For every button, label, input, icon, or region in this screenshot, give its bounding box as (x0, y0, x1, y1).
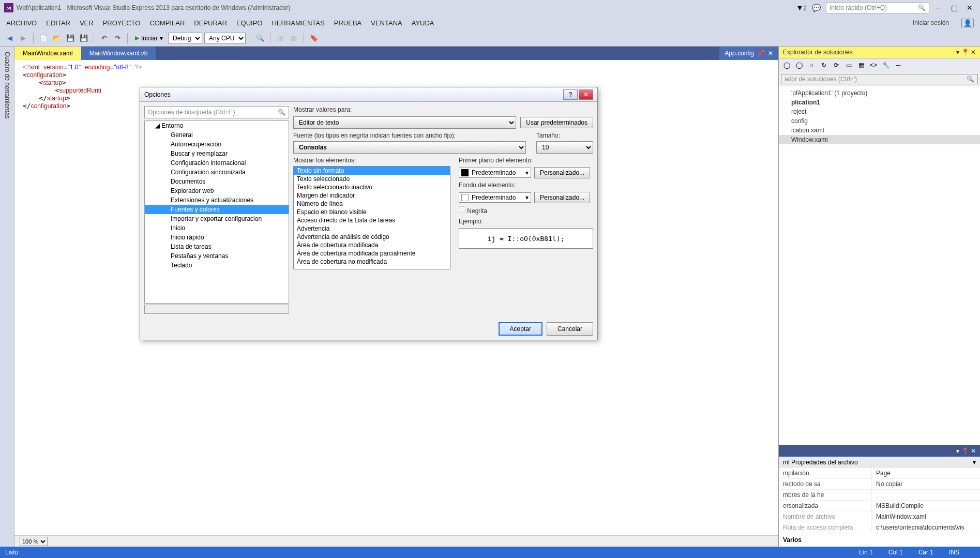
menu-ventana[interactable]: VENTANA (371, 19, 402, 27)
list-item[interactable]: Área de cobertura no modificada (294, 258, 450, 266)
foreground-custom-button[interactable]: Personalizado... (534, 167, 590, 178)
nav-back-icon[interactable]: ◀ (4, 33, 16, 44)
tree-item[interactable]: Lista de tareas (145, 242, 289, 251)
tree-myproject[interactable]: roject (779, 107, 980, 116)
list-item[interactable]: Espacio en blanco visible (294, 208, 450, 216)
open-icon[interactable]: 📂 (51, 33, 63, 44)
zoom-select[interactable]: 100 % (20, 537, 48, 546)
close-button[interactable]: ✕ (963, 3, 976, 13)
uncomment-icon[interactable]: ▦ (288, 33, 299, 44)
tree-item[interactable]: Configuración internacional (145, 158, 289, 168)
refresh-icon[interactable]: ⟳ (832, 61, 841, 70)
list-item[interactable]: Texto seleccionado inactivo (294, 183, 450, 191)
tree-item[interactable]: Explorador web (145, 186, 289, 195)
new-project-icon[interactable]: 📄 (38, 33, 49, 44)
horizontal-scrollbar[interactable] (144, 305, 289, 314)
forward-icon[interactable]: ◯ (794, 61, 804, 70)
properties-grid[interactable]: mpilaciónPage rectorio de saNo copiar mb… (779, 468, 980, 547)
menu-equipo[interactable]: EQUIPO (236, 19, 263, 27)
tree-item[interactable]: Inicio rápido (145, 233, 289, 242)
dropdown-icon[interactable]: ▾ (956, 447, 959, 455)
background-color-select[interactable]: Predeterminado▾ (459, 192, 531, 203)
tree-item[interactable]: Autorrecuperación (145, 140, 289, 149)
back-icon[interactable]: ◯ (782, 61, 791, 70)
show-all-icon[interactable]: ▦ (856, 61, 866, 70)
prop-value[interactable]: Page (872, 468, 980, 478)
close-tab-icon[interactable]: ✕ (768, 50, 773, 57)
tab-mainwindow-xaml[interactable]: MainWindow.xaml (14, 47, 81, 60)
list-item[interactable]: Acceso directo de la Lista de tareas (294, 216, 450, 224)
comment-icon[interactable]: ▦ (275, 33, 286, 44)
dialog-close-button[interactable]: ✕ (579, 89, 593, 100)
tab-app-config[interactable]: App.config 📌 ✕ (719, 47, 778, 60)
toolbox-sidebar[interactable]: Cuadro de herramientas (0, 47, 14, 547)
properties-icon[interactable]: 🔧 (881, 61, 891, 70)
options-search-input[interactable]: Opciones de búsqueda (Ctrl+E) 🔍 (144, 106, 289, 118)
sign-in-link[interactable]: Iniciar sesión (913, 19, 949, 26)
solution-search-input[interactable]: ador de soluciones (Ctrl+') 🔍 (781, 74, 978, 84)
tree-solution[interactable]: 'pfApplication1' (1 proyecto) (779, 88, 980, 98)
tree-category-entorno[interactable]: ◢ Entorno (145, 121, 289, 130)
save-icon[interactable]: 💾 (65, 33, 76, 44)
help-button[interactable]: ? (563, 89, 578, 100)
menu-ayuda[interactable]: AYUDA (412, 19, 434, 27)
close-icon[interactable]: ✕ (971, 447, 976, 455)
foreground-color-select[interactable]: Predeterminado▾ (459, 168, 531, 178)
menu-proyecto[interactable]: PROYECTO (103, 19, 141, 27)
display-items-listbox[interactable]: Texto sin formato Texto seleccionado Tex… (293, 166, 450, 269)
code-icon[interactable]: <> (869, 61, 878, 70)
menu-compilar[interactable]: COMPILAR (149, 19, 185, 27)
tree-item[interactable]: Documentos (145, 177, 289, 186)
tree-item[interactable]: Buscar y reemplazar (145, 149, 289, 158)
font-select[interactable]: Consolas (293, 141, 526, 154)
menu-prueba[interactable]: PRUEBA (334, 19, 361, 27)
use-defaults-button[interactable]: Usar predeterminados (520, 117, 593, 128)
tree-item[interactable]: Importar y exportar configuracion (145, 214, 289, 223)
options-tree[interactable]: ◢ Entorno General Autorrecuperación Busc… (144, 120, 289, 304)
list-item[interactable]: Texto seleccionado (294, 175, 450, 183)
tree-item[interactable]: Extensiones y actualizaciones (145, 195, 289, 205)
dropdown-icon[interactable]: ▾ (956, 49, 959, 56)
tree-item-fuentes-colores[interactable]: Fuentes y colores (145, 205, 289, 214)
list-item[interactable]: Advertencia de análisis de código (294, 233, 450, 241)
more-icon[interactable]: ─ (894, 61, 903, 70)
sync-icon[interactable]: ↻ (819, 61, 828, 70)
solution-tree[interactable]: 'pfApplication1' (1 proyecto) plication1… (779, 86, 980, 445)
quick-launch-input[interactable]: Inicio rápido (Ctrl+Q) 🔍 (826, 2, 929, 13)
pin-icon[interactable]: 📌 (757, 50, 765, 57)
prop-value[interactable] (872, 490, 980, 500)
tree-item[interactable]: Inicio (145, 223, 289, 233)
menu-editar[interactable]: EDITAR (46, 19, 70, 27)
background-custom-button[interactable]: Personalizado... (534, 192, 590, 203)
bookmark-icon[interactable]: 🔖 (308, 33, 320, 44)
list-item[interactable]: Área de cobertura modificada (294, 241, 450, 249)
list-item[interactable]: Advertencia (294, 224, 450, 233)
size-select[interactable]: 10 (536, 141, 593, 154)
feedback-icon[interactable]: 💬 (812, 4, 821, 12)
user-icon[interactable]: 👤 (961, 19, 974, 27)
cancel-button[interactable]: Cancelar (547, 322, 593, 336)
undo-icon[interactable]: ↶ (98, 33, 110, 44)
list-item[interactable]: Número de línea (294, 200, 450, 208)
tree-item[interactable]: Configuración sincronizada (145, 168, 289, 177)
list-item[interactable]: Margen del indicador (294, 191, 450, 200)
prop-value[interactable]: MSBuild:Compile (872, 501, 980, 511)
notifications-icon[interactable]: ▼2 (796, 4, 807, 12)
chevron-down-icon[interactable]: ▾ (973, 459, 976, 466)
tree-item[interactable]: Pestañas y ventanas (145, 251, 289, 261)
home-icon[interactable]: ⌂ (807, 61, 816, 70)
config-select[interactable]: Debug (168, 33, 202, 44)
list-item[interactable]: Texto sin formato (294, 167, 450, 175)
save-all-icon[interactable]: 💾 (78, 33, 89, 44)
tree-item[interactable]: Teclado (145, 261, 289, 270)
collapse-icon[interactable]: ▭ (844, 61, 853, 70)
pin-icon[interactable]: 📍 (961, 49, 969, 56)
prop-value[interactable]: No copiar (872, 479, 980, 489)
tree-item[interactable]: General (145, 130, 289, 140)
show-settings-select[interactable]: Editor de texto (293, 116, 516, 129)
menu-depurar[interactable]: DEPURAR (194, 19, 227, 27)
redo-icon[interactable]: ↷ (112, 33, 123, 44)
menu-archivo[interactable]: ARCHIVO (6, 19, 37, 27)
find-icon[interactable]: 🔍 (254, 33, 266, 44)
tree-appconfig[interactable]: config (779, 116, 980, 126)
